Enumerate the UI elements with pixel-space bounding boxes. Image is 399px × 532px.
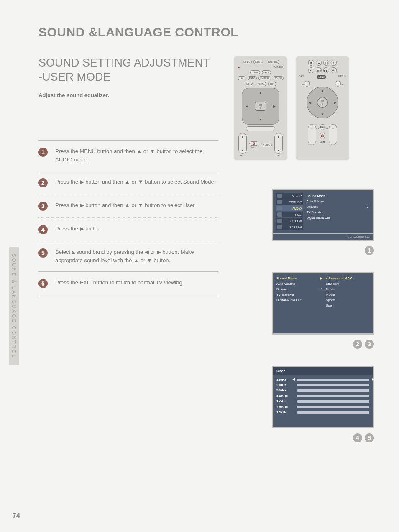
mute2-button: 🔇 bbox=[320, 133, 325, 138]
tab-picture: PICTURE bbox=[276, 199, 303, 205]
figures-column: GUIDE INFO ⓘ SUBTITLE ● TV/RADIO SLEEP B… bbox=[233, 56, 374, 442]
osd2-opt-surround: √ Surround MAX bbox=[326, 276, 369, 280]
tab-time: TIME bbox=[276, 212, 303, 217]
sub-title: SOUND SETTING ADJUSTMENT -USER MODE bbox=[38, 56, 218, 84]
step-2: 2 Press the ▶ button and then ▲ or ▼ but… bbox=[38, 171, 218, 194]
vol2-label: VOL bbox=[316, 127, 320, 130]
pr-rocker: ▲▼ bbox=[274, 133, 283, 154]
osd2-opt-sports: Sports bbox=[326, 298, 369, 302]
fig-badge-5: 5 bbox=[365, 433, 374, 442]
dpad: ▲ ▼ ◀ ▶ OK ⊙ bbox=[242, 88, 279, 125]
eq-row-3khz: 3KHz bbox=[276, 399, 369, 403]
mute-button: 🔇 bbox=[249, 141, 258, 146]
rew-icon: ◀◀ bbox=[316, 67, 322, 73]
exit-button: EXIT bbox=[268, 82, 276, 86]
fav-button: FAV bbox=[320, 124, 325, 130]
remote-2: ■ ▶ ❚❚ ● ⏮ ◀◀ ▶▶ ⏭ BACK MENU INFO ⓘ bbox=[295, 56, 350, 161]
tab-screen: SCREEN bbox=[276, 224, 303, 230]
eq-row-500hz: 500Hz bbox=[276, 389, 369, 392]
next-icon: ⏭ bbox=[331, 67, 337, 73]
page-number: 74 bbox=[13, 512, 20, 519]
osd-menu-2: Sound Mode▶ Auto Volume Balance0 TV Spea… bbox=[272, 272, 374, 335]
ok-button: OK ⊙ bbox=[255, 102, 266, 111]
step-text-6: Press the EXIT button to return to norma… bbox=[55, 279, 184, 287]
osd1-row-tv-speaker: TV Speaker bbox=[306, 210, 369, 215]
eq-body: 120Hz 200Hz 500Hz 1.2KHz 3KHz 7.5KHz 12K… bbox=[273, 375, 373, 417]
ok2-button: OK ⊙ bbox=[317, 97, 328, 108]
vol-rocker: ▲▼ bbox=[238, 133, 247, 154]
step-3: 3 Press the ▶ button and then ▲ or ▼ but… bbox=[38, 194, 218, 217]
step-1: 1 Press the MENU button and then ▲ or ▼ … bbox=[38, 141, 218, 171]
info2-label: INFO ⓘ bbox=[338, 75, 346, 79]
osd1-items: Sound Mode Auto Volume Balance0 TV Speak… bbox=[305, 193, 370, 230]
info2-button bbox=[335, 81, 341, 87]
text-button: TEXT ≡ bbox=[256, 82, 266, 86]
pause-icon: ❚❚ bbox=[323, 60, 329, 66]
fig-badge-1: 1 bbox=[365, 246, 374, 255]
vol2-rocker: ＋－ bbox=[308, 124, 316, 145]
right2-icon: ▶ bbox=[334, 101, 336, 105]
step-text-4: Press the ▶ button. bbox=[55, 225, 102, 233]
eq-row-120hz: 120Hz bbox=[276, 378, 369, 381]
osd1-row-balance: Balance0 bbox=[306, 205, 369, 209]
stop-icon: ■ bbox=[308, 60, 314, 66]
red-dot-icon: ● bbox=[238, 66, 240, 69]
osd-equalizer: User 120Hz 200Hz 500Hz 1.2KHz 3KHz 7.5KH… bbox=[272, 366, 374, 428]
tv-radio-label: TV/RADIO bbox=[273, 66, 283, 69]
up-arrow-icon: ▲ bbox=[259, 91, 262, 95]
up2-icon: ▲ bbox=[321, 89, 324, 92]
eq-row-200hz: 200Hz bbox=[276, 383, 369, 387]
ok2-dot-icon: ⊙ bbox=[322, 102, 323, 105]
side-tab: SOUND & LANGUAGE CONTROL bbox=[9, 247, 19, 365]
vol-label: VOL bbox=[240, 154, 245, 157]
mute-label: MUTE bbox=[251, 146, 257, 149]
eq-row-7.5khz: 7.5KHz bbox=[276, 405, 369, 409]
osd1-row-auto-volume: Auto Volume bbox=[306, 199, 369, 204]
fig-badge-2: 2 bbox=[353, 340, 362, 349]
sleep-button: SLEEP bbox=[250, 70, 260, 74]
back2-button bbox=[304, 81, 310, 87]
step-5: 5 Select a sound band by pressing the ◀ … bbox=[38, 241, 218, 271]
remote-illustrations: GUIDE INFO ⓘ SUBTITLE ● TV/RADIO SLEEP B… bbox=[233, 56, 374, 161]
osd2-row-digital-audio: Digital Audio Out bbox=[276, 298, 322, 302]
sub-title-line2: -USER MODE bbox=[38, 71, 111, 83]
down2-icon: ▼ bbox=[321, 113, 324, 116]
tab-audio: AUDIO bbox=[276, 205, 303, 211]
osd1-row-digital-audio: Digital Audio Out bbox=[306, 215, 369, 220]
blank-button bbox=[246, 126, 275, 131]
eq-row-1.2khz: 1.2KHz bbox=[276, 394, 369, 398]
record-icon: ● bbox=[331, 60, 337, 66]
main-title: SOUND &LANGUAGE CONTROL bbox=[38, 25, 374, 39]
step-text-5: Select a sound band by pressing the ◀ or… bbox=[55, 248, 218, 265]
tab-option: OPTION bbox=[276, 218, 303, 224]
step-badge-4: 4 bbox=[38, 225, 48, 234]
subtitle-button: SUBTITLE bbox=[266, 60, 279, 64]
step-6: 6 Press the EXIT button to return to nor… bbox=[38, 272, 218, 295]
osd2-row-tv-speaker: TV Speaker bbox=[276, 293, 322, 297]
osd2-opt-movie: Movie bbox=[326, 293, 369, 297]
ok-label: OK bbox=[259, 104, 262, 106]
osd2-left-col: Sound Mode▶ Auto Volume Balance0 TV Spea… bbox=[276, 276, 322, 330]
osd1-footer: ◇ Move MENU Prev. bbox=[272, 234, 374, 241]
fig-badge-3: 3 bbox=[365, 340, 374, 349]
intro-text: Adjust the sound equalizer. bbox=[38, 92, 218, 98]
ratio-button: RATIO bbox=[248, 76, 257, 80]
picture-button: PICTURE bbox=[258, 76, 271, 80]
pip-button: ⊞ bbox=[238, 76, 246, 80]
step-badge-1: 1 bbox=[38, 148, 48, 157]
left2-icon: ◀ bbox=[309, 101, 311, 105]
down-arrow-icon: ▼ bbox=[259, 118, 262, 122]
sound-button: SOUND bbox=[273, 76, 284, 80]
right-arrow-icon: ▶ bbox=[273, 105, 276, 108]
step-badge-2: 2 bbox=[38, 178, 48, 187]
pr-label: PR bbox=[277, 154, 280, 157]
prev-icon: ⏮ bbox=[308, 67, 314, 73]
back-button: BACK bbox=[262, 70, 271, 74]
qview-button: Q.VIEW bbox=[261, 143, 272, 147]
left-arrow-icon: ◀ bbox=[246, 105, 248, 108]
eq-row-12khz: 12KHz bbox=[276, 410, 369, 414]
ff-icon: ▶▶ bbox=[323, 67, 329, 73]
osd2-right-col: √ Surround MAX Standard Music Movie Spor… bbox=[326, 276, 369, 330]
menu2-button: MENU bbox=[317, 75, 326, 79]
guide-button: GUIDE bbox=[242, 60, 252, 64]
